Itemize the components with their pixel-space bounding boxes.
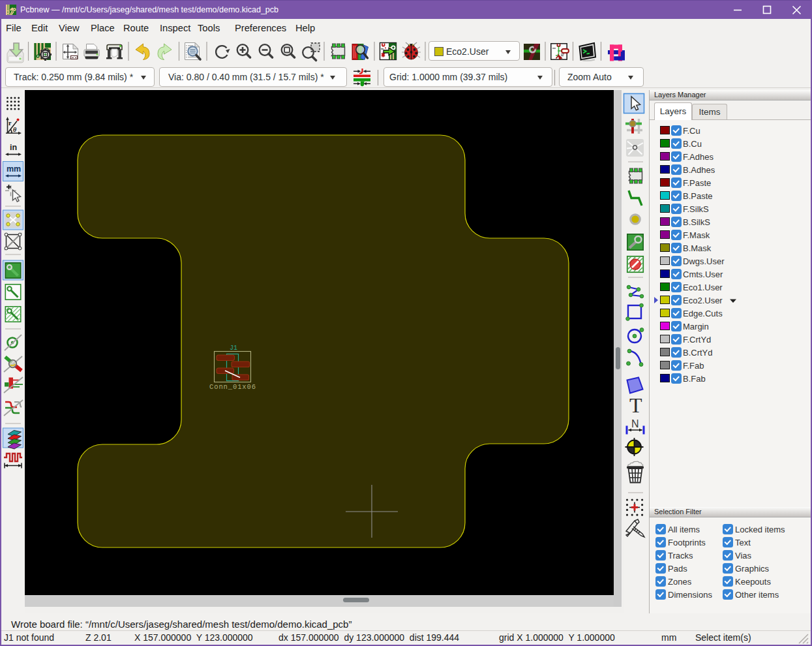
- svg-text:J1: J1: [230, 345, 237, 352]
- svg-text:N: N: [631, 418, 639, 429]
- svg-text:in: in: [10, 143, 17, 152]
- svg-text:mm: mm: [7, 164, 21, 174]
- svg-text:Conn_01x06: Conn_01x06: [209, 383, 256, 391]
- svg-text:T: T: [629, 393, 642, 417]
- svg-text:θ: θ: [13, 126, 17, 133]
- svg-text:r: r: [8, 119, 12, 127]
